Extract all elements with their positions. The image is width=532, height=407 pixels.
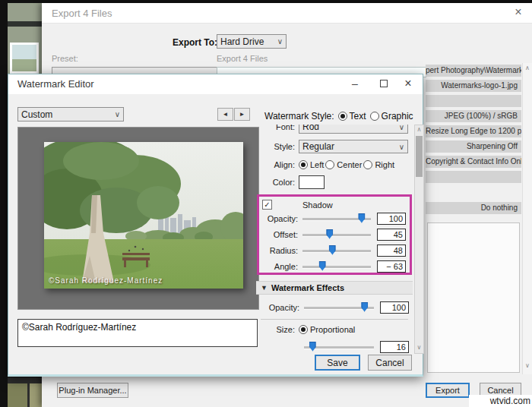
preview-watermark-text: ©Sarah Rodríguez-Martínez: [49, 276, 163, 285]
arrow-right-icon: ►: [239, 111, 245, 118]
summary-row[interactable]: pert Photography\Watermarks: [426, 65, 521, 77]
shadow-offset-slider[interactable]: [301, 229, 372, 240]
summary-row[interactable]: Watermarks-logo-1.jpg: [426, 80, 521, 92]
radio-icon: [370, 112, 379, 121]
shadow-opacity-value[interactable]: 100: [377, 213, 406, 225]
watermark-editor-titlebar[interactable]: Watermark Editor – ×: [8, 74, 423, 94]
watermark-editor-title: Watermark Editor: [17, 78, 94, 90]
radio-selected-icon: [299, 160, 308, 169]
font-style-row: Style: Regular ∨: [256, 139, 413, 154]
style-text-option[interactable]: Text: [338, 111, 366, 121]
background-filmstrip: [8, 377, 42, 407]
scroll-down-icon[interactable]: ∨: [415, 344, 423, 351]
slider-thumb[interactable]: [358, 213, 365, 223]
slider-thumb[interactable]: [319, 261, 326, 271]
shadow-angle-row: Angle: − 63: [259, 258, 410, 274]
chevron-down-icon: ∨: [399, 125, 404, 131]
minimize-icon[interactable]: –: [347, 76, 363, 91]
size-proportional-option[interactable]: Proportional: [299, 325, 355, 334]
size-row: Size: Proportional: [256, 323, 413, 336]
export-to-dropdown[interactable]: Hard Drive ∨: [217, 34, 287, 49]
watermark-text-input[interactable]: ©Sarah Rodríguez-Martínez: [17, 319, 258, 347]
options-scrollbar[interactable]: ∧ ∨: [414, 125, 424, 354]
background-photo-area: [8, 3, 42, 74]
background-toolbar-strip: [8, 21, 42, 27]
save-button[interactable]: Save: [315, 355, 360, 371]
watermark-cancel-button[interactable]: Cancel: [368, 355, 412, 371]
filmstrip-thumbnail: [8, 383, 27, 407]
watermark-preset-dropdown[interactable]: Custom ∨: [17, 107, 124, 121]
summary-row[interactable]: [426, 95, 521, 107]
next-arrow-button[interactable]: ►: [234, 108, 250, 121]
shadow-opacity-row: Opacity: 100: [259, 210, 410, 226]
radio-selected-icon: [338, 112, 347, 121]
color-swatch[interactable]: [299, 175, 325, 189]
effects-opacity-row: Opacity: 100: [256, 299, 413, 315]
align-right-option[interactable]: Right: [363, 160, 394, 169]
close-icon[interactable]: ×: [400, 76, 416, 91]
divider: [261, 319, 408, 320]
plugin-manager-button[interactable]: Plug-in Manager...: [57, 383, 128, 398]
background-thumbnail: [10, 43, 39, 74]
preset-label: Preset:: [52, 54, 78, 63]
scroll-up-icon[interactable]: ∧: [523, 65, 532, 71]
scrollbar-thumb[interactable]: [416, 136, 423, 177]
watermark-effects-header[interactable]: ▼ Watermark Effects: [256, 281, 413, 295]
slider-thumb[interactable]: [329, 245, 336, 255]
export-button[interactable]: Export: [426, 383, 470, 398]
color-row: Color:: [256, 175, 413, 190]
shadow-opacity-slider[interactable]: [301, 213, 372, 224]
font-row: Font: Rod ∨: [256, 125, 413, 134]
brand-watermark-area: wtvid.com: [469, 395, 532, 407]
size-label: Size:: [256, 325, 299, 334]
shadow-checkbox[interactable]: ✓: [262, 200, 272, 210]
summary-row[interactable]: Sharpening Off: [426, 140, 521, 153]
shadow-offset-row: Offset: 45: [259, 226, 410, 242]
size-slider-row: 16: [256, 339, 413, 354]
align-label: Align:: [256, 160, 299, 169]
post-processing-row[interactable]: Do nothing: [426, 202, 521, 214]
slider-thumb[interactable]: [309, 342, 316, 352]
brand-watermark: wtvid.com: [490, 396, 530, 406]
export-dialog-title: Export 4 Files: [52, 8, 112, 19]
close-icon[interactable]: ×: [511, 5, 526, 19]
size-value[interactable]: 16: [380, 341, 409, 353]
export-scrollbar[interactable]: ∧ ∨: [522, 63, 532, 374]
shadow-radius-row: Radius: 48: [259, 242, 410, 258]
maximize-icon[interactable]: [380, 80, 388, 87]
effects-opacity-slider[interactable]: [302, 302, 375, 313]
scroll-up-icon[interactable]: ∧: [415, 126, 423, 133]
chevron-down-icon: ∨: [115, 110, 120, 118]
shadow-angle-slider[interactable]: [301, 261, 372, 272]
shadow-section-highlight: ✓ Shadow Opacity: 100 Offset:: [257, 194, 412, 275]
effects-opacity-value[interactable]: 100: [380, 301, 409, 314]
chevron-down-icon: ∨: [399, 143, 404, 151]
style-graphic-option[interactable]: Graphic: [370, 111, 413, 121]
chevron-down-icon: ∨: [277, 37, 283, 46]
summary-row[interactable]: Copyright & Contact Info Only: [426, 156, 521, 168]
shadow-angle-value[interactable]: − 63: [377, 260, 406, 273]
font-label: Font:: [256, 125, 299, 131]
previous-arrow-button[interactable]: ◄: [217, 108, 233, 121]
font-style-dropdown[interactable]: Regular ∨: [299, 140, 408, 153]
align-center-option[interactable]: Center: [325, 160, 362, 169]
scroll-down-icon[interactable]: ∨: [523, 362, 532, 369]
watermark-style-row: Watermark Style: Text Graphic: [264, 111, 413, 121]
radio-icon: [325, 160, 334, 169]
shadow-radius-slider[interactable]: [301, 245, 372, 256]
font-dropdown[interactable]: Rod ∨: [299, 125, 408, 134]
summary-row[interactable]: Resize Long Edge to 1200 pixels: [426, 125, 521, 137]
shadow-label: Shadow: [302, 200, 333, 210]
summary-row[interactable]: JPEG (100%) / sRGB: [426, 110, 521, 122]
slider-thumb[interactable]: [361, 302, 368, 312]
watermark-style-label: Watermark Style:: [264, 111, 334, 121]
shadow-offset-value[interactable]: 45: [377, 229, 406, 241]
export-dialog-titlebar[interactable]: Export 4 Files ×: [42, 3, 532, 24]
align-left-option[interactable]: Left: [299, 160, 324, 169]
summary-row[interactable]: [426, 171, 521, 183]
slider-thumb[interactable]: [326, 229, 333, 239]
shadow-radius-value[interactable]: 48: [377, 245, 406, 257]
preview-photo: ©Sarah Rodríguez-Martínez: [44, 142, 243, 289]
collapse-triangle-icon: ▼: [261, 284, 268, 292]
size-slider[interactable]: [302, 342, 375, 352]
